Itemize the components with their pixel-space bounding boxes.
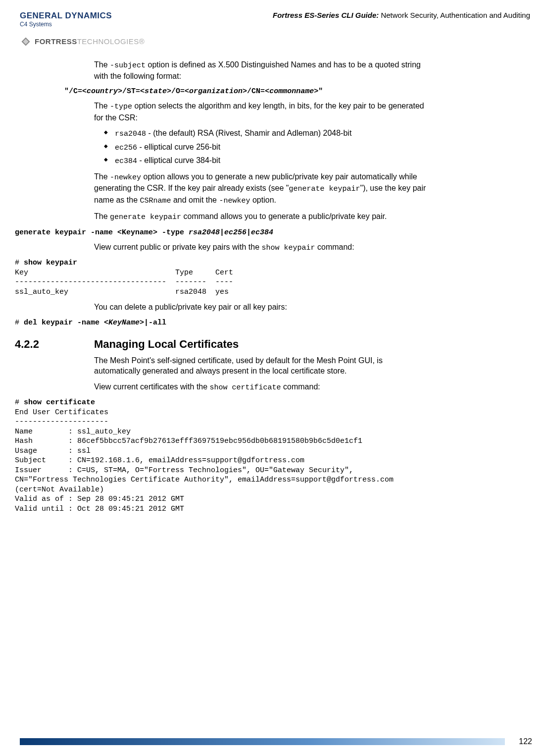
text: /ST= [122,87,140,96]
text: /CN= [247,87,265,96]
para-view-keypair: View current public or private key pairs… [94,242,428,253]
text: command: [315,243,354,251]
arg-state: <state> [140,87,171,96]
terminal-show-certificate: # show certificate End User Certificates… [15,398,527,514]
list-item: ec384 - elliptical curve 384-bit [104,155,428,166]
page-header: GENERAL DYNAMICS C4 Systems FORTRESSTECH… [0,0,542,53]
page-content: The -subject option is defined as X.500 … [0,59,542,514]
text: del keypair -name < [24,319,108,327]
fortress-logo-strong: FORTRESS [35,37,77,46]
code-type: -type [110,103,132,111]
fortress-logo-light: TECHNOLOGIES® [77,37,145,46]
text: "/C= [64,87,82,96]
code-newkey: -newkey [110,173,141,182]
footer-bar [20,738,505,745]
arg-types: rsa2048|ec256|ec384 [189,228,273,237]
fortress-diamond-icon [20,36,32,48]
text: The [94,172,110,181]
para-generate-keypair: The generate keypair command allows you … [94,211,428,222]
text: View current public or private key pairs… [94,243,262,251]
para-type-option: The -type option selects the algorithm a… [94,101,428,123]
logo-block: GENERAL DYNAMICS C4 Systems FORTRESSTECH… [20,10,145,48]
arg-org: <organization> [185,87,247,96]
guide-section: Network Security, Authentication and Aud… [379,11,530,19]
para-subject-option: The -subject option is defined as X.500 … [94,59,428,82]
text: and omit the [171,196,219,204]
text: >|-all [140,319,166,327]
text: " [318,87,323,96]
list-item: ec256 - elliptical curve 256-bit [104,142,428,153]
code-genkeypair: generate keypair [289,185,360,193]
cmd-subject-format: "/C=<country>/ST=<state>/O=<organization… [64,86,527,97]
code-showkeypair: show keypair [262,244,315,252]
arg-cn: <commonname> [265,87,318,96]
para-delete-keypair: You can delete a public/private key pair… [94,302,428,313]
code-rsa2048: rsa2048 [115,130,146,138]
text: The [94,102,110,110]
text: - elliptical curve 256-bit [137,143,220,151]
text: - (the default) RSA (Rivest, Shamir and … [146,129,351,137]
text: option. [250,196,276,204]
para-mesh-cert: The Mesh Point's self-signed certificate… [94,355,428,377]
code-subject: -subject [110,61,146,70]
text: option selects the algorithm and key len… [94,102,424,121]
code-genkeypair2: generate keypair [110,213,181,221]
text: The [94,212,110,220]
cmd-generate-keypair: generate keypair -name <Keyname> -type r… [15,227,527,238]
page-footer: 122 [20,736,532,747]
prompt: # [15,319,24,327]
arg-country: <country> [82,87,122,96]
text: command: [281,382,320,391]
code-newkey2: -newkey [219,197,250,205]
text: View current certificates with the [94,382,210,391]
text: The [94,60,110,69]
section-heading: 4.2.2 Managing Local Certificates [15,337,527,352]
code-showcert: show certificate [210,383,281,392]
text: command allows you to generate a public/… [181,212,387,220]
guide-title: Fortress ES-Series CLI Guide: [273,11,379,19]
text: /O= [171,87,185,96]
para-newkey-option: The -newkey option allows you to generat… [94,171,428,206]
list-item: rsa2048 - (the default) RSA (Rivest, Sha… [104,128,428,139]
arg-keyname: KeyName [108,319,140,327]
text: generate keypair -name <Keyname> -type [15,228,189,237]
section-number: 4.2.2 [15,337,94,352]
cmd-bold: show certificate [24,398,95,407]
cmd-del-keypair: # del keypair -name <KeyName>|-all [15,318,527,328]
gd-logo: GENERAL DYNAMICS C4 Systems [20,10,145,29]
keytype-list: rsa2048 - (the default) RSA (Rivest, Sha… [104,128,428,166]
cert-output: End User Certificates ------------------… [15,408,398,513]
code-csrname: CSRname [140,197,171,205]
code-ec256: ec256 [115,144,137,152]
fortress-logo-row: FORTRESSTECHNOLOGIES® [20,36,145,48]
fortress-logo-text: FORTRESSTECHNOLOGIES® [35,36,145,47]
cmd-bold: show keypair [24,259,77,267]
code-ec384: ec384 [115,157,137,165]
section-title: Managing Local Certificates [94,337,239,352]
header-right: Fortress ES-Series CLI Guide: Network Se… [273,10,532,20]
text: - elliptical curve 384-bit [137,156,220,164]
terminal-show-keypair: # show keypair Key Type Cert -----------… [15,258,527,297]
page-number: 122 [519,736,532,747]
para-view-cert: View current certificates with the show … [94,381,428,393]
